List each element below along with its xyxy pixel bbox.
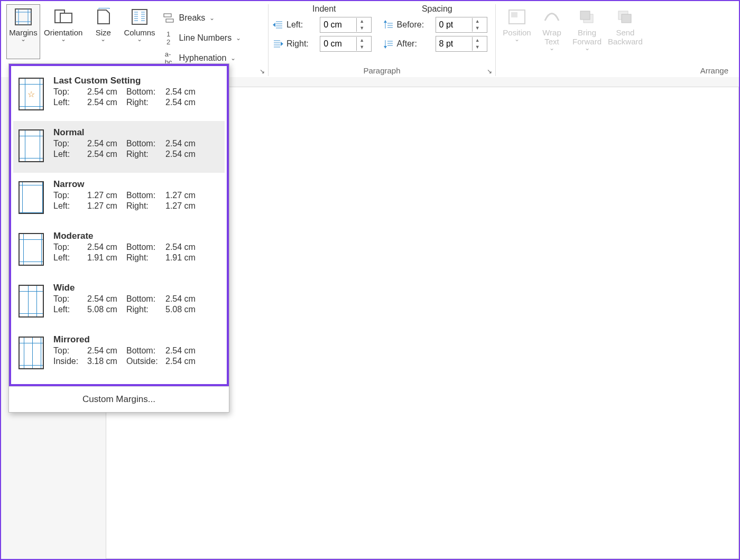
spin-up[interactable]: ▲	[357, 18, 367, 25]
send-backward-icon	[615, 8, 636, 26]
margin-option-normal[interactable]: NormalTop:2.54 cmBottom:2.54 cmLeft:2.54…	[13, 121, 225, 173]
chevron-down-icon: ⌄	[230, 56, 236, 60]
orientation-icon	[53, 8, 74, 26]
indent-right-label: Right:	[273, 36, 312, 52]
custom-margins-button[interactable]: Custom Margins...	[9, 386, 229, 412]
svg-rect-0	[15, 9, 31, 25]
margins-icon	[13, 8, 34, 26]
chevron-down-icon: ⌄	[21, 37, 26, 41]
columns-icon	[129, 8, 150, 26]
chevron-down-icon: ⌄	[209, 16, 215, 20]
indent-left-label: Left:	[273, 17, 312, 33]
margin-thumbnail	[18, 285, 44, 318]
margins-dropdown: ☆Last Custom SettingTop:2.54 cmBottom:2.…	[8, 63, 229, 413]
chevron-down-icon: ⌄	[549, 46, 554, 50]
margin-thumbnail	[18, 181, 44, 214]
chevron-down-icon: ⌄	[514, 37, 520, 41]
indent-header: Indent	[273, 4, 376, 14]
spin-up[interactable]: ▲	[357, 37, 367, 44]
paragraph-group-label: Paragraph	[363, 66, 400, 75]
margin-option-moderate[interactable]: ModerateTop:2.54 cmBottom:2.54 cmLeft:1.…	[13, 225, 225, 276]
indent-right-icon	[273, 39, 283, 49]
margin-option-narrow[interactable]: NarrowTop:1.27 cmBottom:1.27 cmLeft:1.27…	[13, 173, 225, 225]
chevron-down-icon: ⌄	[585, 46, 590, 50]
wrap-text-button: Wrap Text ⌄	[535, 4, 569, 59]
svg-rect-6	[60, 13, 72, 23]
spacing-before-label: Before:	[383, 17, 428, 33]
margin-option-title: Mirrored	[53, 334, 202, 345]
margin-option-wide[interactable]: WideTop:2.54 cmBottom:2.54 cmLeft:5.08 c…	[13, 276, 225, 328]
arrange-group-label: Arrange	[700, 66, 728, 75]
hyphenation-icon: a-bc	[162, 52, 175, 64]
svg-rect-22	[166, 19, 173, 22]
chevron-down-icon: ⌄	[100, 37, 106, 41]
spin-up[interactable]: ▲	[473, 18, 483, 25]
indent-left-input[interactable]: ▲▼	[320, 17, 372, 33]
margin-option-title: Moderate	[53, 231, 202, 241]
size-icon	[92, 8, 114, 26]
size-button[interactable]: Size ⌄	[86, 4, 120, 59]
breaks-icon	[162, 12, 175, 24]
spin-down[interactable]: ▼	[357, 44, 367, 51]
bring-forward-button: Bring Forward ⌄	[570, 4, 604, 59]
send-backward-button: Send Backward	[605, 4, 645, 59]
margin-option-title: Last Custom Setting	[53, 76, 202, 86]
spacing-after-label: After:	[383, 36, 428, 52]
chevron-down-icon: ⌄	[137, 37, 142, 41]
spin-down[interactable]: ▼	[473, 44, 483, 51]
svg-rect-44	[622, 14, 631, 23]
margins-button[interactable]: Margins ⌄	[6, 4, 40, 59]
indent-right-input[interactable]: ▲▼	[320, 36, 372, 52]
spacing-after-input[interactable]: ▲▼	[436, 36, 487, 52]
spacing-header: Spacing	[383, 4, 491, 14]
spin-down[interactable]: ▼	[357, 25, 367, 32]
margin-option-last-custom-setting[interactable]: ☆Last Custom SettingTop:2.54 cmBottom:2.…	[13, 69, 225, 121]
margin-thumbnail	[18, 129, 44, 162]
margin-thumbnail	[18, 337, 44, 369]
bring-forward-icon	[577, 8, 598, 26]
margin-option-title: Narrow	[53, 179, 202, 190]
svg-rect-10	[132, 10, 147, 24]
chevron-down-icon: ⌄	[236, 36, 241, 40]
chevron-down-icon: ⌄	[61, 37, 66, 41]
svg-rect-21	[164, 14, 171, 17]
position-button: Position ⌄	[500, 4, 534, 59]
spacing-before-icon	[383, 20, 394, 30]
spacing-after-icon	[383, 39, 394, 49]
spin-up[interactable]: ▲	[473, 37, 483, 44]
columns-button[interactable]: Columns ⌄	[121, 4, 158, 59]
svg-rect-40	[511, 12, 517, 17]
breaks-button[interactable]: Breaks ⌄	[162, 10, 242, 26]
spin-down[interactable]: ▼	[473, 25, 483, 32]
position-icon	[506, 8, 528, 26]
margins-options-list: ☆Last Custom SettingTop:2.54 cmBottom:2.…	[9, 64, 229, 386]
margin-thumbnail	[18, 233, 44, 266]
margin-option-title: Wide	[53, 283, 202, 293]
margin-thumbnail: ☆	[18, 78, 44, 110]
line-numbers-icon: 12	[162, 32, 175, 44]
wrap-text-icon	[541, 8, 562, 26]
margin-option-mirrored[interactable]: MirroredTop:2.54 cmBottom:2.54 cmInside:…	[13, 328, 225, 380]
spacing-before-input[interactable]: ▲▼	[436, 17, 487, 33]
paragraph-launcher[interactable]: ↘	[487, 68, 492, 75]
indent-left-icon	[273, 20, 283, 30]
line-numbers-button[interactable]: 12 Line Numbers ⌄	[162, 30, 242, 46]
margin-option-title: Normal	[53, 127, 202, 138]
page-setup-launcher[interactable]: ↘	[260, 68, 265, 75]
orientation-button[interactable]: Orientation ⌄	[41, 4, 85, 59]
svg-rect-42	[580, 11, 590, 20]
